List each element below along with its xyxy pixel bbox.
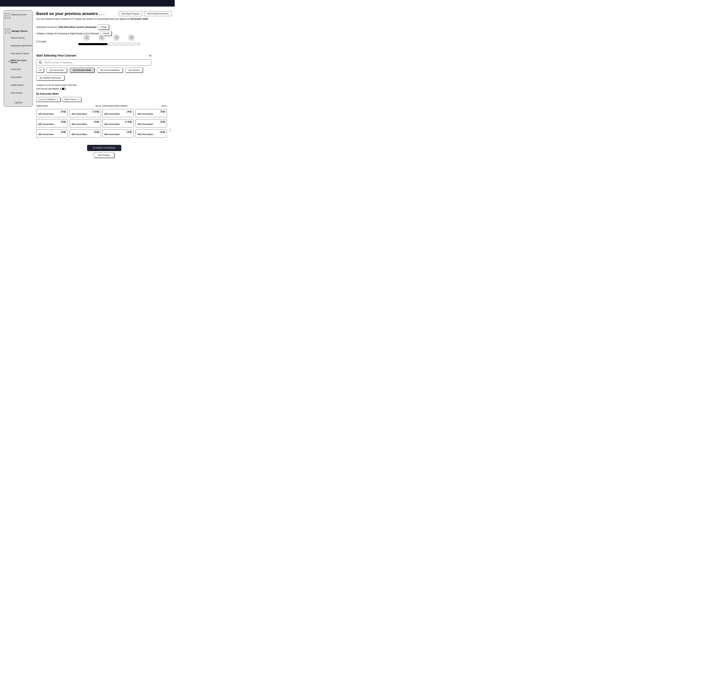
course-card[interactable]: ABC Course Name bbox=[36, 130, 68, 137]
svg-rect-14 bbox=[61, 121, 62, 123]
available-courses-label: Available Courses for Winter Quarter 202… bbox=[36, 84, 172, 86]
exclamation-icon bbox=[92, 111, 94, 113]
video-icon bbox=[94, 121, 97, 123]
top-bar bbox=[0, 0, 175, 7]
filter-schedule-prefs[interactable]: By Schedule Preferences bbox=[36, 75, 64, 80]
search-bar[interactable] bbox=[36, 59, 151, 65]
course-card[interactable]: ABC Course Name bbox=[136, 119, 167, 127]
chevron-left-icon bbox=[36, 40, 38, 42]
all-link[interactable]: All bbox=[149, 55, 152, 57]
chevron-down-icon bbox=[78, 99, 79, 100]
calendar-add-icon bbox=[163, 111, 165, 113]
sidebar-sub-course-cart[interactable]: Course Cart bbox=[4, 65, 33, 73]
course-selector-label: Selecting Courses for: 2022-2023 Winter … bbox=[36, 26, 97, 28]
calendar-add-icon bbox=[97, 131, 99, 133]
sidebar-sub-swap[interactable]: Swap Classes bbox=[4, 89, 33, 97]
calendar-add-icon bbox=[97, 121, 99, 123]
video-icon bbox=[127, 131, 129, 133]
course-card[interactable]: ABC Course Name bbox=[69, 130, 101, 137]
course-card[interactable]: ABC Course Name bbox=[69, 119, 101, 127]
see-all-async[interactable]: See All bbox=[95, 105, 101, 107]
calendar-add-icon bbox=[64, 111, 66, 113]
progress-bar bbox=[78, 43, 140, 45]
course-card[interactable]: ABC Course Name bbox=[136, 109, 167, 117]
sidebar-sub-registration[interactable]: Registration Appointments bbox=[4, 42, 33, 50]
video-icon bbox=[94, 131, 97, 133]
select-course-dropdown[interactable]: Select Course bbox=[62, 97, 81, 102]
sidebar-item-home[interactable]: Dashboard Home bbox=[4, 12, 33, 28]
placeholder-icon bbox=[5, 29, 10, 33]
sub-section-title: By Instruction Mode bbox=[36, 92, 172, 95]
filter-evaluations[interactable]: By Course Evaluations bbox=[97, 68, 123, 73]
calendar-add-icon bbox=[97, 111, 99, 113]
svg-rect-34 bbox=[127, 111, 128, 112]
course-column-async: Online Async See All ABC Course Name bbox=[36, 105, 101, 137]
waitlist-toggle[interactable] bbox=[62, 88, 66, 90]
video-icon bbox=[127, 121, 129, 123]
calendar-add-icon bbox=[130, 111, 131, 113]
chevron-down-icon bbox=[57, 99, 58, 100]
edit-schedule-preferences-button[interactable]: Edit Schedule Preferences bbox=[144, 11, 172, 16]
save-progress-button[interactable]: Save Progress bbox=[94, 152, 114, 158]
placeholder-icon bbox=[5, 13, 10, 19]
course-card[interactable]: ABC Course Name bbox=[69, 109, 101, 117]
sidebar-sub-view-classes[interactable]: View My Classes bbox=[4, 34, 33, 42]
filter-all[interactable]: All bbox=[36, 68, 44, 73]
svg-rect-60 bbox=[160, 131, 162, 133]
exclamation-icon bbox=[60, 88, 61, 90]
sidebar-sub-update[interactable]: Update Classes bbox=[4, 81, 33, 89]
video-icon bbox=[94, 111, 97, 113]
svg-rect-9 bbox=[94, 111, 96, 112]
college-selector-label: Colleges: College of Computing & Digital… bbox=[36, 32, 99, 35]
course-card[interactable]: ABC Course Name bbox=[36, 109, 68, 117]
calendar-add-icon bbox=[64, 121, 66, 123]
go-back-button[interactable]: Go back bbox=[36, 40, 46, 43]
subtitle: You can choose to take a minimum of 2 cl… bbox=[36, 17, 172, 20]
search-icon bbox=[39, 61, 42, 64]
ready-to-enroll-button[interactable]: I'm ready to enroll (Next) bbox=[87, 145, 121, 151]
svg-rect-55 bbox=[127, 131, 128, 133]
selector-row: Selecting Courses for: 2022-2023 Winter … bbox=[36, 25, 172, 36]
video-icon bbox=[127, 111, 129, 113]
course-card[interactable]: ABC Course Name bbox=[103, 119, 134, 127]
sidebar-item-manage[interactable]: Manage Classes bbox=[4, 28, 33, 34]
progress-fill bbox=[79, 43, 107, 45]
change-quarter-button[interactable]: Change bbox=[98, 25, 109, 29]
course-card[interactable]: ABC Course Name bbox=[103, 130, 134, 137]
step-indicator: 1 2 3 4 bbox=[84, 35, 134, 41]
svg-rect-24 bbox=[61, 131, 62, 133]
main-content: Based on your previous answers . . . Vie… bbox=[33, 7, 175, 164]
waitlist-toggle-row: Full Courses with Waitlist bbox=[36, 88, 172, 90]
search-input[interactable] bbox=[44, 61, 149, 64]
course-column-sync-option: Online Async (Sync-Option) See All ABC C… bbox=[103, 105, 167, 137]
selected-count-dropdown[interactable]: 2 out of 10 Selected bbox=[36, 97, 61, 102]
svg-rect-50 bbox=[160, 121, 162, 123]
step-2: 2 bbox=[98, 35, 105, 41]
calendar-add-icon bbox=[130, 121, 131, 123]
calendar-add-icon bbox=[163, 121, 165, 123]
chevron-right-icon bbox=[8, 61, 10, 62]
svg-point-44 bbox=[125, 121, 126, 121]
sidebar-sub-course-selector[interactable]: (NEW) The Course Selector bbox=[4, 58, 33, 65]
course-card[interactable]: ABC Course Name bbox=[103, 109, 134, 117]
calendar-add-icon bbox=[64, 131, 66, 133]
course-card[interactable]: ABC Course Name bbox=[36, 119, 68, 127]
course-card[interactable]: ABC Course Name bbox=[136, 130, 167, 137]
logout-button[interactable]: Log Out bbox=[4, 97, 33, 105]
page-title: Based on your previous answers . . . bbox=[36, 12, 104, 16]
sidebar-label-home: Dashboard Home bbox=[12, 13, 26, 16]
step-1: 1 bbox=[84, 35, 90, 41]
sidebar-sub-drop[interactable]: Drop Classes bbox=[4, 73, 33, 81]
view-degree-progress-button[interactable]: View Degree Progress bbox=[119, 11, 142, 16]
sidebar-sub-class-search[interactable]: Class Search & Enroll bbox=[4, 50, 33, 58]
svg-rect-29 bbox=[94, 131, 96, 133]
svg-rect-3 bbox=[61, 111, 62, 112]
filter-instruction-mode[interactable]: By Instruction Mode bbox=[69, 68, 94, 73]
next-page-button[interactable] bbox=[168, 128, 172, 132]
filter-topic[interactable]: By Course Topic bbox=[46, 68, 67, 73]
filter-instructor[interactable]: By Instructor bbox=[126, 68, 143, 73]
step-4: 4 bbox=[128, 35, 134, 41]
chevron-right-icon bbox=[169, 128, 171, 132]
see-all-sync[interactable]: See All bbox=[162, 105, 167, 107]
sidebar: Dashboard Home Manage Classes View My Cl… bbox=[4, 10, 33, 107]
